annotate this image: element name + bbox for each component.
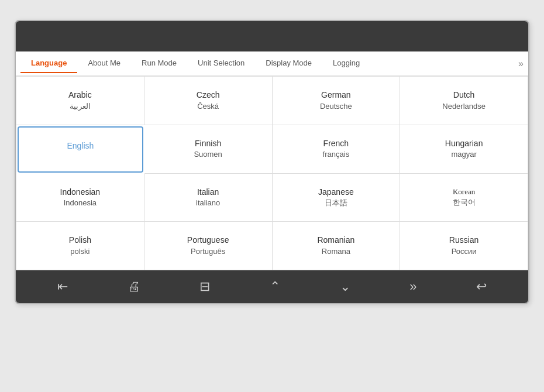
lang-cell-italian[interactable]: Italianitaliano — [144, 174, 273, 222]
tab-display-mode[interactable]: Display Mode — [255, 54, 322, 73]
tab-run-mode[interactable]: Run Mode — [131, 54, 187, 73]
tab-unit-selection[interactable]: Unit Selection — [187, 54, 255, 73]
lang-cell-portuguese[interactable]: PortuguesePortuguês — [144, 222, 273, 270]
lang-cell-hungarian[interactable]: Hungarianmagyar — [400, 125, 528, 174]
lang-cell-arabic[interactable]: Arabicالعربية — [16, 77, 144, 125]
language-grid-container: ArabicالعربيةCzechČeskáGermanDeutscheDut… — [16, 76, 528, 270]
device-frame: Language About Me Run Mode Unit Selectio… — [15, 20, 529, 304]
exit-icon[interactable]: ⇤ — [51, 276, 74, 298]
lang-cell-french[interactable]: Frenchfrançais — [273, 125, 401, 174]
lang-cell-korean[interactable]: Korean한국어 — [400, 174, 528, 222]
tab-about-me[interactable]: About Me — [77, 54, 131, 73]
lang-cell-finnish[interactable]: FinnishSuomen — [144, 125, 273, 174]
lang-cell-polish[interactable]: Polishpolski — [16, 222, 144, 270]
tab-logging[interactable]: Logging — [322, 54, 370, 73]
tabs-more-arrow[interactable]: » — [518, 59, 524, 69]
lang-cell-japanese[interactable]: Japanese日本語 — [273, 174, 401, 222]
lang-cell-czech[interactable]: CzechČeská — [144, 77, 273, 125]
forward-icon[interactable]: » — [404, 276, 422, 298]
tab-language[interactable]: Language — [20, 54, 77, 73]
back-icon[interactable]: ↩ — [470, 276, 493, 298]
lang-cell-german[interactable]: GermanDeutsche — [273, 77, 401, 125]
lang-cell-dutch[interactable]: DutchNederlandse — [400, 77, 528, 125]
bottom-bar: ⇤ 🖨 ⊟ ⌃ ⌄ » ↩ — [16, 270, 528, 303]
down-icon[interactable]: ⌄ — [334, 276, 356, 298]
top-bar — [16, 21, 528, 51]
language-grid: ArabicالعربيةCzechČeskáGermanDeutscheDut… — [16, 76, 528, 270]
nav-tabs: Language About Me Run Mode Unit Selectio… — [16, 51, 528, 76]
lang-cell-english[interactable]: English — [18, 126, 143, 173]
lang-cell-romanian[interactable]: RomanianRomana — [273, 222, 401, 270]
lang-cell-russian[interactable]: RussianРоссии — [400, 222, 528, 270]
lang-cell-indonesian[interactable]: IndonesianIndonesia — [16, 174, 144, 222]
up-icon[interactable]: ⌃ — [264, 276, 286, 298]
image-icon[interactable]: ⊟ — [194, 276, 216, 298]
print-icon[interactable]: 🖨 — [122, 276, 146, 298]
